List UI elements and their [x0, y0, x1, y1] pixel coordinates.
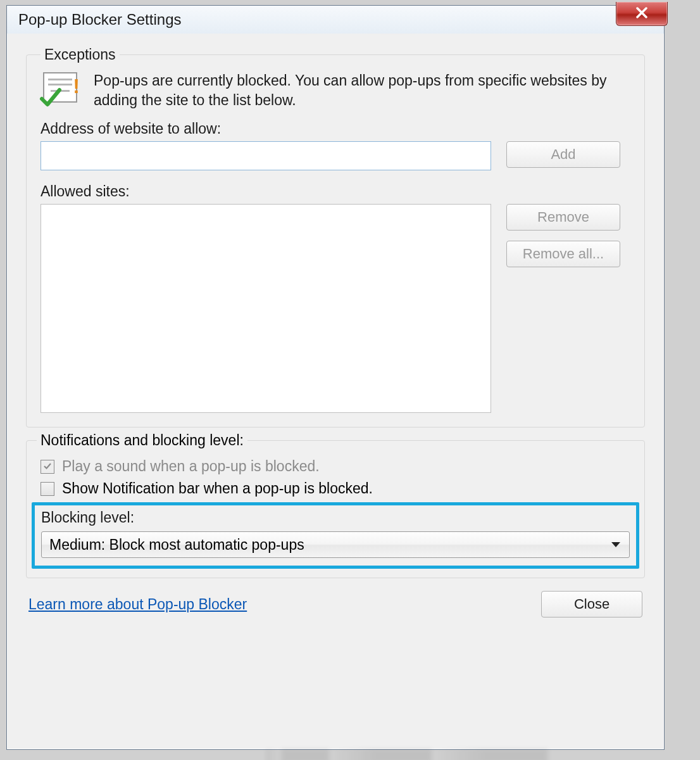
notifications-legend: Notifications and blocking level: — [37, 432, 247, 449]
show-bar-row: Show Notification bar when a pop-up is b… — [41, 480, 630, 497]
info-row: ! Pop-ups are currently blocked. You can… — [41, 71, 630, 110]
close-window-button[interactable] — [616, 2, 668, 26]
play-sound-checkbox[interactable] — [41, 460, 54, 474]
dialog-content: Exceptions ! Pop-ups are currently block… — [7, 34, 664, 578]
blocking-level-label: Blocking level: — [41, 509, 630, 526]
play-sound-row: Play a sound when a pop-up is blocked. — [41, 458, 630, 475]
exceptions-legend: Exceptions — [41, 46, 120, 63]
address-row: Add — [41, 141, 630, 170]
check-icon — [42, 458, 53, 475]
background-blur-bottom — [266, 749, 608, 760]
allowed-sites-listbox[interactable] — [41, 204, 491, 413]
notifications-group: Notifications and blocking level: Play a… — [26, 440, 645, 578]
footer-row: Learn more about Pop-up Blocker Close — [7, 578, 664, 618]
allowed-row: Remove Remove all... — [41, 204, 630, 413]
blocking-level-dropdown[interactable]: Medium: Block most automatic pop-ups — [41, 531, 630, 558]
list-button-column: Remove Remove all... — [506, 204, 620, 267]
blocking-level-highlight: Blocking level: Medium: Block most autom… — [32, 502, 639, 569]
address-input[interactable] — [41, 141, 491, 170]
info-text: Pop-ups are currently blocked. You can a… — [94, 71, 630, 110]
titlebar[interactable]: Pop-up Blocker Settings — [7, 6, 664, 34]
blocking-level-value: Medium: Block most automatic pop-ups — [49, 536, 304, 554]
play-sound-label: Play a sound when a pop-up is blocked. — [62, 458, 320, 475]
remove-all-button[interactable]: Remove all... — [506, 241, 620, 267]
close-button[interactable]: Close — [541, 591, 642, 618]
allowed-sites-label: Allowed sites: — [41, 183, 630, 200]
chevron-down-icon — [611, 542, 620, 547]
show-bar-label: Show Notification bar when a pop-up is b… — [62, 480, 373, 497]
window-title: Pop-up Blocker Settings — [18, 11, 181, 28]
learn-more-link[interactable]: Learn more about Pop-up Blocker — [28, 596, 247, 613]
address-label: Address of website to allow: — [41, 120, 630, 137]
close-icon — [634, 5, 649, 23]
add-button[interactable]: Add — [506, 141, 620, 168]
remove-button[interactable]: Remove — [506, 204, 620, 231]
dialog-window: Pop-up Blocker Settings Exceptions ! Pop… — [6, 5, 665, 750]
page-check-icon: ! — [41, 71, 82, 109]
exceptions-group: Exceptions ! Pop-ups are currently block… — [26, 46, 645, 428]
show-bar-checkbox[interactable] — [41, 482, 54, 496]
